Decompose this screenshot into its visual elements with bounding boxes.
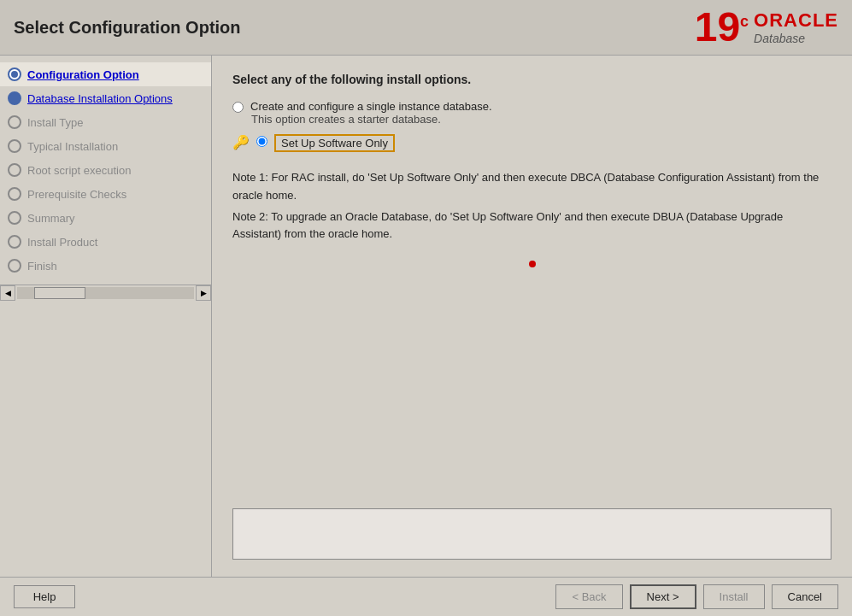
sidebar-item-prerequisite-checks: Prerequisite Checks [0, 182, 211, 206]
scroll-left-btn[interactable]: ◀ [0, 285, 15, 301]
step-icon-root-script-execution [7, 162, 22, 178]
oracle-logo: 19c ORACLE Database [695, 7, 838, 48]
oracle-logo-text: ORACLE Database [754, 9, 838, 45]
oracle-logo-db: Database [754, 32, 805, 45]
sidebar-label-finish: Finish [27, 260, 57, 273]
sidebar-label-typical-installation: Typical Installation [27, 140, 118, 153]
sidebar-label-configuration-option: Configuration Option [27, 68, 139, 81]
cancel-button[interactable]: Cancel [772, 584, 838, 609]
key-icon: 🔑 [232, 134, 250, 150]
option2-row: 🔑 Set Up Software Only [232, 134, 831, 152]
next-button[interactable]: Next > [630, 584, 696, 609]
step-icon-typical-installation [7, 138, 22, 154]
option2-radio[interactable] [256, 136, 267, 147]
radio-group: Create and configure a single instance d… [232, 100, 831, 152]
footer-left: Help [14, 585, 75, 608]
sidebar-item-install-type: Install Type [0, 110, 211, 134]
step-icon-configuration-option [7, 67, 22, 82]
footer: Help < Back Next > Install Cancel [0, 577, 852, 616]
sidebar-item-root-script-execution: Root script execution [0, 158, 211, 182]
sidebar-item-summary: Summary [0, 206, 211, 230]
option1-radio[interactable] [232, 102, 244, 113]
sidebar-label-prerequisite-checks: Prerequisite Checks [27, 188, 126, 201]
sidebar-item-install-product: Install Product [0, 230, 211, 254]
oracle-logo-number: 19c [695, 7, 749, 48]
help-button[interactable]: Help [14, 585, 75, 608]
sidebar-item-typical-installation: Typical Installation [0, 134, 211, 158]
header: Select Configuration Option 19c ORACLE D… [0, 0, 852, 56]
step-icon-prerequisite-checks [7, 186, 22, 202]
scroll-thumb[interactable] [34, 287, 85, 299]
sidebar-label-summary: Summary [27, 212, 75, 225]
bottom-log-area [232, 508, 831, 560]
content-instruction: Select any of the following install opti… [232, 73, 831, 86]
option2-selected-box: Set Up Software Only [274, 134, 395, 152]
main-area: Configuration Option Database Installati… [0, 56, 852, 577]
sidebar-label-database-installation-options: Database Installation Options [27, 92, 173, 105]
note2: Note 2: To upgrade an Oracle Database, d… [232, 208, 831, 244]
step-icon-install-product [7, 234, 22, 249]
option1-row: Create and configure a single instance d… [232, 100, 831, 113]
option1-sublabel: This option creates a starter database. [251, 113, 831, 126]
sidebar-item-finish: Finish [0, 254, 211, 278]
option1-label[interactable]: Create and configure a single instance d… [250, 100, 492, 113]
back-button[interactable]: < Back [555, 584, 622, 609]
scroll-right-btn[interactable]: ▶ [196, 285, 211, 301]
sidebar-scrollbar[interactable]: ◀ ▶ [0, 285, 211, 300]
scroll-track [17, 287, 194, 299]
step-icon-install-type [7, 114, 22, 130]
sidebar-label-root-script-execution: Root script execution [27, 164, 131, 177]
sidebar-label-install-product: Install Product [27, 236, 97, 249]
content-inner: Select any of the following install opti… [232, 73, 831, 508]
step-icon-summary [7, 210, 22, 226]
option2-label[interactable]: Set Up Software Only [281, 137, 388, 150]
notes-area: Note 1: For RAC install, do 'Set Up Soft… [232, 169, 831, 243]
sidebar: Configuration Option Database Installati… [0, 56, 212, 285]
sidebar-label-install-type: Install Type [27, 116, 84, 129]
option1-container: Create and configure a single instance d… [232, 100, 831, 126]
step-icon-database-installation-options [7, 91, 22, 106]
install-button[interactable]: Install [703, 584, 765, 609]
page-title: Select Configuration Option [14, 18, 241, 38]
sidebar-item-database-installation-options[interactable]: Database Installation Options [0, 86, 211, 110]
footer-right: < Back Next > Install Cancel [555, 584, 838, 609]
content-area: Select any of the following install opti… [212, 56, 852, 577]
step-icon-finish [7, 258, 22, 273]
note1: Note 1: For RAC install, do 'Set Up Soft… [232, 169, 831, 205]
red-dot-indicator [529, 261, 536, 267]
oracle-logo-name: ORACLE [754, 9, 838, 32]
sidebar-item-configuration-option[interactable]: Configuration Option [0, 62, 211, 86]
